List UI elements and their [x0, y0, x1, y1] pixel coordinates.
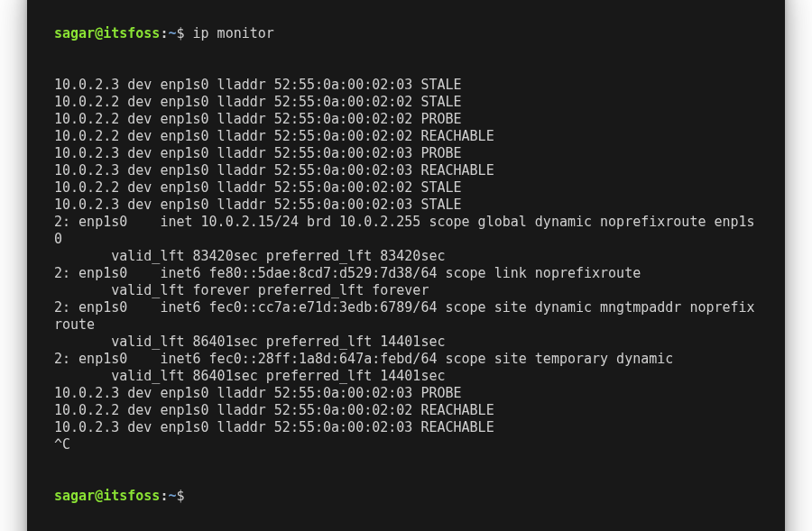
terminal-output-line: 2: enp1s0 inet6 fec0::cc7a:e71d:3edb:678…: [54, 299, 758, 334]
terminal-output-line: 10.0.2.2 dev enp1s0 lladdr 52:55:0a:00:0…: [54, 111, 758, 128]
terminal-output-line: valid_lft forever preferred_lft forever: [54, 282, 758, 299]
terminal-output-line: valid_lft 86401sec preferred_lft 14401se…: [54, 368, 758, 385]
terminal-output-line: 2: enp1s0 inet 10.0.2.15/24 brd 10.0.2.2…: [54, 214, 758, 248]
prompt-user-host: sagar@itsfoss: [54, 488, 160, 504]
prompt-dollar: $: [176, 488, 184, 504]
terminal-output-line: 10.0.2.3 dev enp1s0 lladdr 52:55:0a:00:0…: [54, 145, 758, 162]
terminal-output-line: 10.0.2.2 dev enp1s0 lladdr 52:55:0a:00:0…: [54, 94, 758, 111]
terminal-output-line: 10.0.2.2 dev enp1s0 lladdr 52:55:0a:00:0…: [54, 179, 758, 197]
command-text: ip monitor: [193, 25, 274, 41]
prompt-user-host: sagar@itsfoss: [54, 25, 160, 41]
terminal-output-line: 10.0.2.3 dev enp1s0 lladdr 52:55:0a:00:0…: [54, 162, 758, 179]
terminal-output-line: ^C: [54, 436, 758, 453]
terminal-output-line: 10.0.2.3 dev enp1s0 lladdr 52:55:0a:00:0…: [54, 77, 758, 94]
terminal-output-line: 10.0.2.3 dev enp1s0 lladdr 52:55:0a:00:0…: [54, 419, 758, 436]
terminal-window[interactable]: sagar@itsfoss:~$ ip monitor 10.0.2.3 dev…: [27, 0, 785, 531]
terminal-output-line: 2: enp1s0 inet6 fe80::5dae:8cd7:d529:7d3…: [54, 265, 758, 282]
terminal-output-line: 10.0.2.2 dev enp1s0 lladdr 52:55:0a:00:0…: [54, 128, 758, 145]
prompt-dollar: $: [176, 25, 184, 41]
terminal-output-line: 2: enp1s0 inet6 fec0::28ff:1a8d:647a:feb…: [54, 351, 758, 368]
command-line: sagar@itsfoss:~$ ip monitor: [54, 25, 758, 42]
terminal-output-line: 10.0.2.3 dev enp1s0 lladdr 52:55:0a:00:0…: [54, 385, 758, 402]
terminal-output-line: valid_lft 83420sec preferred_lft 83420se…: [54, 248, 758, 265]
terminal-output: 10.0.2.3 dev enp1s0 lladdr 52:55:0a:00:0…: [54, 77, 758, 453]
terminal-output-line: 10.0.2.3 dev enp1s0 lladdr 52:55:0a:00:0…: [54, 197, 758, 214]
terminal-output-line: valid_lft 86401sec preferred_lft 14401se…: [54, 334, 758, 351]
ready-prompt-line: sagar@itsfoss:~$: [54, 488, 758, 505]
terminal-output-line: 10.0.2.2 dev enp1s0 lladdr 52:55:0a:00:0…: [54, 402, 758, 419]
